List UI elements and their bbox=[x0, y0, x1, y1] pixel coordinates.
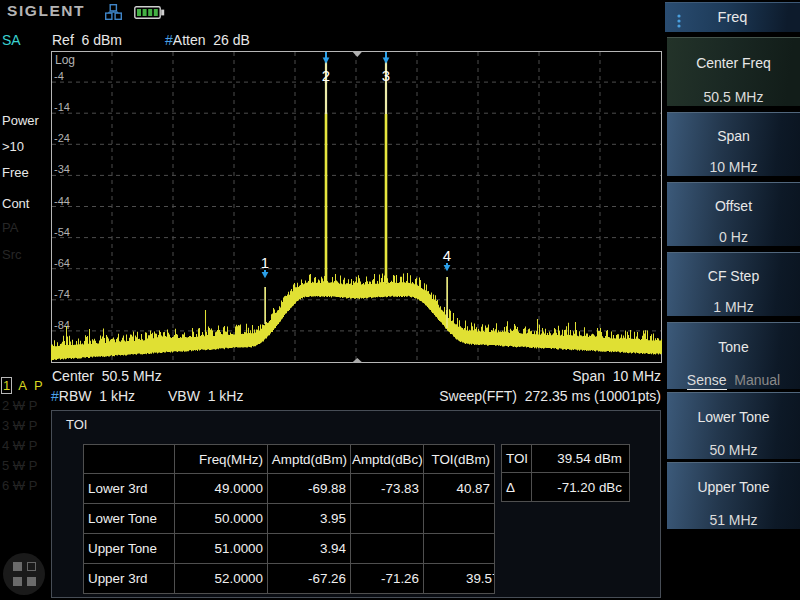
svg-text:-14: -14 bbox=[54, 101, 70, 113]
svg-text:3: 3 bbox=[382, 67, 390, 84]
svg-text:-74: -74 bbox=[54, 288, 70, 300]
svg-text:2: 2 bbox=[322, 67, 330, 84]
svg-text:-34: -34 bbox=[54, 163, 70, 175]
svg-text:-84: -84 bbox=[54, 319, 70, 331]
svg-text:-4: -4 bbox=[54, 70, 64, 82]
svg-text:-54: -54 bbox=[54, 226, 70, 238]
svg-text:-24: -24 bbox=[54, 132, 70, 144]
svg-text:4: 4 bbox=[443, 247, 451, 264]
svg-text:-44: -44 bbox=[54, 195, 70, 207]
svg-text:Log: Log bbox=[55, 53, 75, 67]
svg-text:1: 1 bbox=[261, 254, 269, 271]
svg-text:-64: -64 bbox=[54, 257, 70, 269]
